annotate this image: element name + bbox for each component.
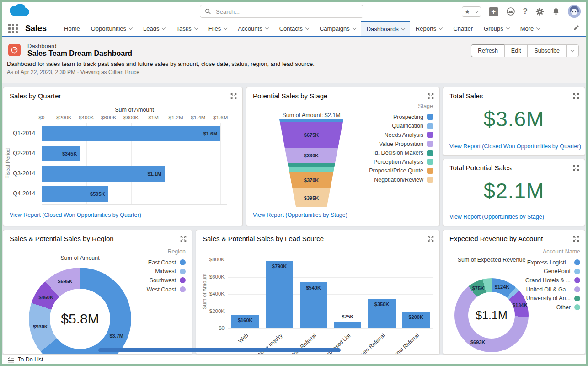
view-report-link[interactable]: View Report (Opportunities by Stage)	[253, 212, 347, 218]
legend-item: Other	[525, 303, 580, 312]
funnel-segment[interactable]: $370K	[279, 172, 343, 188]
axis-tick-label: $800K	[199, 257, 225, 262]
card-title: Potential Sales by Stage	[253, 92, 327, 100]
account-legend: Account NameExpress Logisti...GenePointG…	[525, 248, 580, 312]
bar[interactable]	[266, 261, 293, 328]
global-search[interactable]	[200, 5, 363, 18]
axis-tick-label: $600K	[101, 115, 116, 120]
card-total-potential-sales: Total Potential Sales $2.1M View Report …	[443, 159, 585, 226]
legend-marker	[574, 277, 580, 283]
tab-tasks[interactable]: Tasks	[171, 21, 203, 36]
tab-label: Home	[64, 25, 80, 32]
tab-campaigns[interactable]: Campaigns	[314, 21, 361, 36]
donut-center: $1.1M	[468, 292, 515, 339]
edit-nav-pencil-icon[interactable]	[573, 24, 580, 33]
bar[interactable]	[334, 322, 361, 328]
card-sales-by-quarter: Sales by Quarter Sum of Amount $0$200K$4…	[3, 87, 243, 226]
legend-label: Qualification	[392, 123, 423, 129]
funnel-segment[interactable]: $395K	[279, 188, 343, 207]
dashboard-entity-icon	[8, 44, 21, 56]
bar-value-label: $595K	[90, 191, 105, 197]
expand-button[interactable]	[573, 165, 579, 171]
notifications-bell-icon[interactable]	[552, 7, 560, 16]
bar[interactable]: $345K	[42, 146, 80, 161]
page-title: Sales Team Dream Dashboard	[27, 49, 132, 58]
legend-title: Region	[147, 248, 186, 255]
app-launcher-icon[interactable]	[8, 24, 18, 33]
tab-opportunities[interactable]: Opportunities	[86, 21, 138, 36]
donut-total-label: $5.8M	[61, 311, 99, 327]
tab-files[interactable]: Files	[203, 21, 232, 36]
edit-button[interactable]: Edit	[504, 44, 528, 57]
bar[interactable]: $1.1M	[42, 166, 165, 182]
utility-bar[interactable]: To Do List	[2, 355, 586, 364]
expand-button[interactable]	[180, 236, 187, 242]
axis-tick-label: $200K	[199, 308, 225, 314]
view-report-link[interactable]: View Report (Opportunities by Stage)	[449, 214, 544, 220]
tab-home[interactable]: Home	[59, 21, 86, 36]
legend-label: Id. Decision Makers	[373, 150, 423, 156]
funnel-segment[interactable]: $675K	[279, 122, 343, 147]
help-icon[interactable]: ?	[523, 7, 528, 16]
tab-reports[interactable]: Reports	[410, 21, 448, 36]
bar[interactable]: $595K	[42, 186, 108, 202]
favorites-chevron-icon[interactable]	[473, 7, 481, 16]
tab-leads[interactable]: Leads	[138, 21, 171, 36]
search-input[interactable]	[215, 8, 358, 16]
axis-tick-label: $200K	[56, 115, 71, 120]
dashboard-description: Dashboard for sales team to track past s…	[7, 60, 315, 67]
view-report-link[interactable]: View Report (Closed Won Opportunities by…	[10, 212, 141, 218]
legend-marker	[574, 296, 580, 301]
user-avatar[interactable]	[568, 5, 581, 18]
tab-dashboards[interactable]: Dashboards	[361, 21, 410, 36]
more-actions-button[interactable]	[566, 44, 579, 57]
legend-marker	[427, 114, 433, 120]
funnel-segment[interactable]: $330K	[279, 148, 343, 163]
dashboard-actions: Refresh Edit Subscribe	[471, 44, 579, 57]
axis-tick-label: $800K	[123, 115, 139, 120]
bar[interactable]: $1.6M	[42, 126, 220, 141]
legend-marker	[427, 177, 433, 183]
region-donut[interactable]: $5.8M $3.7M$930K$460K$695K	[29, 268, 131, 355]
expand-button[interactable]	[428, 236, 434, 242]
favorites-control[interactable]: ★	[462, 6, 481, 17]
tab-label: Groups	[484, 25, 503, 32]
legend-label: University of Ari...	[526, 295, 571, 301]
tab-groups[interactable]: Groups	[478, 21, 515, 36]
tab-label: Reports	[416, 25, 437, 32]
tab-more[interactable]: More	[515, 21, 545, 36]
bar-value-label: $1.1M	[147, 171, 161, 177]
legend-title: Stage	[369, 103, 433, 109]
legend-item: East Coast	[147, 258, 186, 267]
tab-chatter[interactable]: Chatter	[448, 21, 478, 36]
funnel-segment[interactable]	[279, 163, 343, 167]
refresh-button[interactable]: Refresh	[471, 44, 505, 57]
global-actions-icon[interactable]: +	[489, 7, 498, 16]
legend-label: Proposal/Price Quote	[369, 167, 423, 174]
view-report-link[interactable]: View Report (Closed Won Opportunities by…	[449, 143, 581, 150]
funnel-segment[interactable]	[279, 167, 343, 172]
expand-button[interactable]	[428, 93, 434, 99]
legend-marker	[427, 150, 433, 156]
axis-tick-label: $600K	[199, 274, 225, 280]
expand-button[interactable]	[230, 93, 237, 99]
subscribe-button[interactable]: Subscribe	[527, 44, 567, 57]
card-title: Expected Revenue by Account	[449, 235, 543, 242]
horizontal-scrollbar-thumb[interactable]	[98, 348, 341, 352]
expand-button[interactable]	[573, 93, 579, 99]
category-axis-title: Fiscal Period	[5, 136, 11, 191]
bar-value-label: $790K	[262, 264, 297, 269]
favorite-star-icon[interactable]: ★	[462, 7, 473, 16]
guidance-center-icon[interactable]	[506, 7, 515, 16]
card-title: Sales & Potential Sales by Lead Source	[203, 235, 324, 242]
setup-gear-icon[interactable]	[535, 7, 544, 16]
account-donut[interactable]: $1.1M $124K$134K$693K$75K	[454, 278, 529, 352]
dashboard-meta: As of Apr 22, 2023, 2:30 PM · Viewing as…	[7, 69, 139, 75]
chevron-down-icon	[506, 26, 509, 29]
tab-contacts[interactable]: Contacts	[274, 21, 314, 36]
legend-item: GenePoint	[525, 267, 580, 276]
expand-button[interactable]	[573, 236, 579, 242]
donut-center: $5.8M	[50, 289, 110, 349]
legend-label: GenePoint	[544, 268, 571, 274]
tab-accounts[interactable]: Accounts	[232, 21, 273, 36]
